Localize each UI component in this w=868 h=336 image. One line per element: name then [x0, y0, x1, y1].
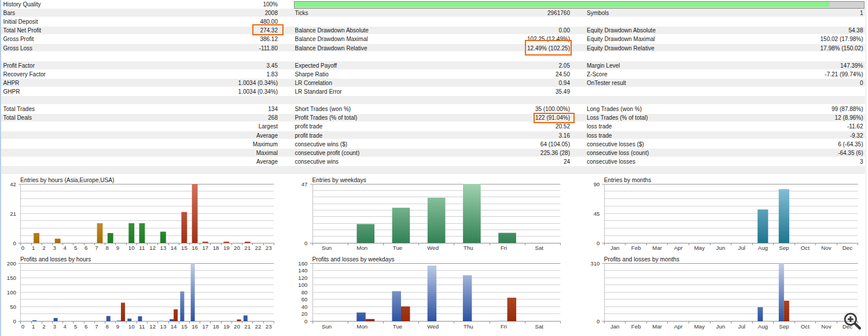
svg-text:Apr: Apr	[674, 323, 683, 330]
svg-text:20: 20	[301, 311, 308, 317]
svg-text:3: 3	[53, 323, 56, 330]
svg-text:47: 47	[301, 181, 308, 187]
svg-text:Jul: Jul	[738, 323, 745, 330]
svg-text:160: 160	[298, 260, 308, 267]
svg-text:120: 120	[298, 275, 308, 281]
svg-text:80: 80	[301, 289, 308, 296]
svg-text:16: 16	[192, 323, 198, 330]
svg-text:10: 10	[128, 323, 135, 330]
svg-text:Apr: Apr	[674, 245, 683, 251]
svg-text:Tue: Tue	[393, 323, 402, 330]
svg-text:11: 11	[139, 245, 145, 251]
svg-text:May: May	[694, 245, 705, 251]
svg-text:Dec: Dec	[843, 245, 852, 251]
svg-text:Jan: Jan	[610, 245, 620, 251]
svg-text:0: 0	[21, 323, 25, 330]
svg-text:4: 4	[64, 323, 67, 330]
svg-text:0: 0	[304, 240, 308, 246]
svg-text:0: 0	[13, 240, 17, 246]
svg-text:7: 7	[95, 245, 98, 251]
svg-text:18: 18	[213, 245, 219, 251]
svg-text:15: 15	[181, 245, 187, 251]
svg-text:Thu: Thu	[464, 323, 473, 330]
svg-text:Profits and losses by weekdays: Profits and losses by weekdays	[312, 256, 395, 263]
svg-text:11: 11	[139, 323, 145, 330]
svg-text:May: May	[694, 323, 705, 330]
svg-text:6: 6	[84, 245, 87, 251]
svg-text:13: 13	[160, 245, 167, 251]
svg-text:23: 23	[266, 245, 272, 251]
svg-text:45: 45	[594, 211, 600, 217]
svg-text:Sat: Sat	[535, 323, 544, 330]
svg-text:Sep: Sep	[779, 245, 789, 251]
svg-text:0: 0	[597, 318, 600, 324]
svg-text:17: 17	[202, 245, 208, 251]
svg-text:21: 21	[244, 245, 251, 251]
svg-text:3: 3	[53, 245, 56, 251]
svg-text:16: 16	[192, 245, 198, 251]
svg-text:19: 19	[223, 245, 230, 251]
svg-text:20: 20	[234, 245, 240, 251]
svg-text:Tue: Tue	[393, 245, 402, 251]
svg-text:Profits and losses by hours: Profits and losses by hours	[20, 256, 91, 263]
svg-text:Oct: Oct	[801, 245, 810, 251]
svg-text:Mar: Mar	[652, 245, 662, 251]
svg-text:10: 10	[128, 245, 135, 251]
svg-text:60: 60	[301, 296, 308, 302]
svg-text:Wed: Wed	[427, 245, 439, 251]
svg-text:1: 1	[32, 323, 35, 330]
svg-text:Entries by hours (Asia,Europe,: Entries by hours (Asia,Europe,USA)	[20, 177, 115, 183]
svg-text:140: 140	[298, 267, 308, 274]
svg-text:Mon: Mon	[356, 323, 367, 330]
svg-text:Aug: Aug	[758, 245, 768, 251]
svg-text:150: 150	[7, 275, 17, 281]
svg-text:8: 8	[106, 245, 109, 251]
svg-text:200: 200	[7, 260, 17, 267]
svg-text:9: 9	[116, 245, 119, 251]
svg-text:22: 22	[255, 245, 262, 251]
svg-text:Entries by months: Entries by months	[604, 177, 652, 183]
svg-text:6: 6	[84, 323, 87, 330]
svg-text:19: 19	[223, 323, 230, 330]
svg-text:0: 0	[13, 318, 17, 324]
svg-text:Jun: Jun	[716, 323, 725, 330]
svg-text:Feb: Feb	[631, 245, 641, 251]
svg-text:21: 21	[244, 323, 251, 330]
svg-text:7: 7	[95, 323, 98, 330]
svg-text:Wed: Wed	[427, 323, 439, 330]
svg-text:18: 18	[213, 323, 219, 330]
svg-text:Jun: Jun	[716, 245, 725, 251]
svg-text:12: 12	[149, 245, 156, 251]
svg-text:Sun: Sun	[322, 245, 332, 251]
svg-text:40: 40	[301, 304, 308, 310]
svg-text:13: 13	[160, 323, 167, 330]
svg-text:12: 12	[149, 323, 156, 330]
svg-text:90: 90	[594, 181, 600, 187]
svg-text:Thu: Thu	[464, 245, 473, 251]
svg-text:22: 22	[255, 323, 262, 330]
svg-text:Profits and losses by months: Profits and losses by months	[604, 256, 679, 263]
svg-text:1: 1	[32, 245, 35, 251]
svg-text:5: 5	[74, 323, 77, 330]
svg-text:14: 14	[171, 323, 177, 330]
svg-text:Feb: Feb	[631, 323, 641, 330]
svg-text:42: 42	[10, 181, 16, 187]
svg-text:Nov: Nov	[821, 245, 831, 251]
svg-text:0: 0	[21, 245, 25, 251]
svg-text:Sun: Sun	[322, 323, 332, 330]
svg-text:Jan: Jan	[610, 323, 620, 330]
svg-text:23: 23	[266, 323, 272, 330]
svg-text:100: 100	[298, 282, 308, 288]
svg-text:Fri: Fri	[501, 245, 507, 251]
svg-text:0: 0	[597, 240, 600, 246]
svg-text:17: 17	[202, 323, 208, 330]
svg-text:Aug: Aug	[758, 323, 768, 330]
svg-text:8: 8	[106, 323, 109, 330]
svg-text:Entries by weekdays: Entries by weekdays	[312, 177, 366, 183]
svg-text:Fri: Fri	[501, 323, 507, 330]
svg-text:5: 5	[74, 245, 77, 251]
svg-text:14: 14	[171, 245, 177, 251]
svg-text:20: 20	[234, 323, 240, 330]
svg-text:Nov: Nov	[821, 323, 831, 330]
svg-text:4: 4	[64, 245, 67, 251]
